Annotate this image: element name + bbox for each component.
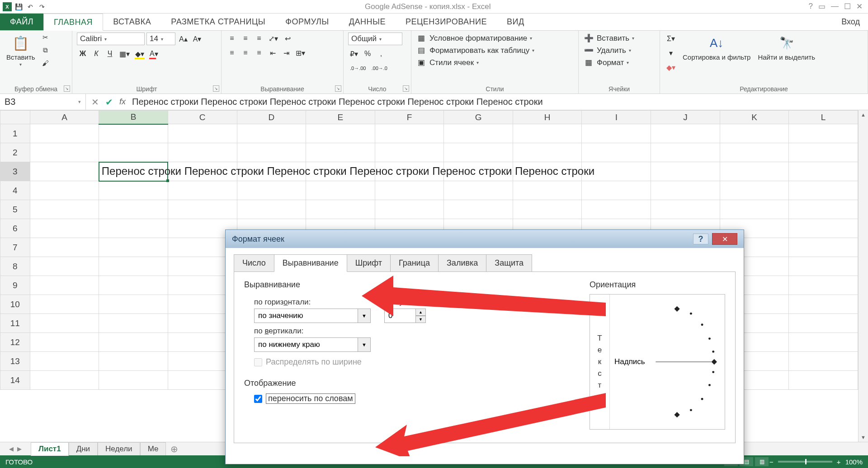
percent-icon[interactable]: %: [362, 48, 373, 60]
cell[interactable]: [99, 276, 168, 295]
cell[interactable]: [789, 219, 858, 238]
number-format-select[interactable]: Общий▾: [348, 33, 402, 45]
close-icon[interactable]: ✕: [856, 2, 863, 11]
cell[interactable]: [99, 371, 168, 390]
font-color-icon[interactable]: A▾: [148, 48, 160, 60]
dialog-launcher-icon[interactable]: ↘: [403, 85, 409, 92]
row-header[interactable]: 2: [0, 143, 30, 162]
zoom-in-icon[interactable]: +: [837, 458, 841, 466]
maximize-icon[interactable]: ☐: [844, 2, 851, 11]
cell[interactable]: [375, 181, 444, 200]
cell[interactable]: [30, 333, 99, 352]
clear-icon[interactable]: ◆▾: [665, 61, 677, 73]
cut-icon[interactable]: ✂: [41, 33, 51, 42]
new-sheet-icon[interactable]: ⊕: [169, 444, 179, 454]
cell[interactable]: [30, 257, 99, 276]
fill-icon[interactable]: ▾: [665, 47, 677, 59]
orientation-icon[interactable]: ⤢▾: [267, 33, 280, 44]
chevron-down-icon[interactable]: ▼: [358, 309, 371, 323]
cell[interactable]: [720, 124, 789, 143]
dialog-help-icon[interactable]: ?: [693, 234, 708, 244]
row-header[interactable]: 7: [0, 238, 30, 257]
increase-font-icon[interactable]: A▴: [177, 33, 189, 45]
select-all-corner[interactable]: [0, 111, 30, 124]
row-header[interactable]: 12: [0, 333, 30, 352]
cell[interactable]: [99, 124, 168, 143]
cell[interactable]: [513, 200, 582, 219]
cell[interactable]: [582, 181, 651, 200]
wrap-text-checkbox[interactable]: переносить по словам: [254, 393, 576, 404]
cell[interactable]: [720, 181, 789, 200]
column-header[interactable]: A: [30, 111, 99, 124]
chevron-down-icon[interactable]: ▼: [358, 337, 371, 352]
conditional-formatting-button[interactable]: ▦Условное форматирование▾: [416, 33, 534, 44]
sheet-tab[interactable]: Дни: [69, 442, 98, 455]
name-box[interactable]: B3▾: [0, 94, 86, 110]
cell[interactable]: [99, 238, 168, 257]
cell[interactable]: [789, 124, 858, 143]
enter-icon[interactable]: ✔: [105, 97, 113, 108]
cell[interactable]: [375, 200, 444, 219]
cell[interactable]: [789, 257, 858, 276]
cell[interactable]: [651, 181, 720, 200]
cell[interactable]: [306, 143, 375, 162]
cell[interactable]: [513, 162, 582, 181]
border-icon[interactable]: ▦▾: [118, 48, 132, 60]
cell[interactable]: [444, 143, 513, 162]
row-header[interactable]: 5: [0, 200, 30, 219]
dlgtab-fill[interactable]: Заливка: [438, 254, 486, 272]
column-header[interactable]: F: [375, 111, 444, 124]
align-middle-icon[interactable]: ≡: [240, 33, 251, 44]
cell[interactable]: [99, 295, 168, 314]
font-name-select[interactable]: Calibri▾: [77, 33, 145, 45]
cell[interactable]: [789, 371, 858, 390]
align-top-icon[interactable]: ≡: [226, 33, 238, 44]
ribbon-collapse-icon[interactable]: ▭: [818, 2, 826, 11]
cell[interactable]: [99, 143, 168, 162]
cell[interactable]: [651, 143, 720, 162]
row-header[interactable]: 3: [0, 162, 30, 181]
cell[interactable]: [651, 162, 720, 181]
cell[interactable]: [99, 314, 168, 333]
sort-filter-button[interactable]: A↓ Сортировка и фильтр: [681, 33, 752, 62]
cell[interactable]: [237, 181, 306, 200]
increase-indent-icon[interactable]: ⇥: [280, 47, 292, 59]
row-header[interactable]: 4: [0, 181, 30, 200]
page-break-view-icon[interactable]: ▥: [755, 457, 769, 466]
merge-icon[interactable]: ⊞▾: [294, 47, 307, 59]
signin-link[interactable]: Вход: [841, 14, 868, 30]
tab-review[interactable]: РЕЦЕНЗИРОВАНИЕ: [396, 14, 497, 30]
cell[interactable]: [30, 276, 99, 295]
cell[interactable]: [651, 124, 720, 143]
column-header[interactable]: K: [720, 111, 789, 124]
save-icon[interactable]: 💾: [14, 2, 24, 12]
cell[interactable]: [513, 124, 582, 143]
cell[interactable]: [513, 143, 582, 162]
underline-button[interactable]: Ч: [104, 48, 116, 60]
currency-icon[interactable]: ₽▾: [348, 48, 360, 60]
align-left-icon[interactable]: ≡: [226, 47, 238, 59]
column-header[interactable]: C: [168, 111, 237, 124]
formula-input[interactable]: [132, 95, 863, 109]
format-painter-icon[interactable]: 🖌: [41, 58, 51, 68]
cell[interactable]: [99, 219, 168, 238]
undo-icon[interactable]: ↶: [25, 2, 35, 12]
decrease-indent-icon[interactable]: ⇤: [267, 47, 278, 59]
column-header[interactable]: D: [237, 111, 306, 124]
cell[interactable]: [306, 181, 375, 200]
format-cells-button[interactable]: ▦Формат▾: [583, 57, 634, 68]
vertical-text-button[interactable]: Текст: [590, 295, 610, 429]
font-size-select[interactable]: 14▾: [146, 33, 175, 45]
cell[interactable]: [168, 124, 237, 143]
format-as-table-button[interactable]: ▤Форматировать как таблицу▾: [416, 45, 534, 56]
align-right-icon[interactable]: ≡: [253, 47, 265, 59]
help-icon[interactable]: ?: [809, 2, 813, 11]
fx-icon[interactable]: fx: [119, 97, 126, 107]
cell[interactable]: [444, 181, 513, 200]
decrease-decimal-icon[interactable]: .00→.0: [369, 62, 389, 74]
row-header[interactable]: 1: [0, 124, 30, 143]
cell[interactable]: [30, 219, 99, 238]
cell[interactable]: [30, 143, 99, 162]
cell[interactable]: [30, 314, 99, 333]
dlgtab-protection[interactable]: Защита: [486, 254, 532, 272]
